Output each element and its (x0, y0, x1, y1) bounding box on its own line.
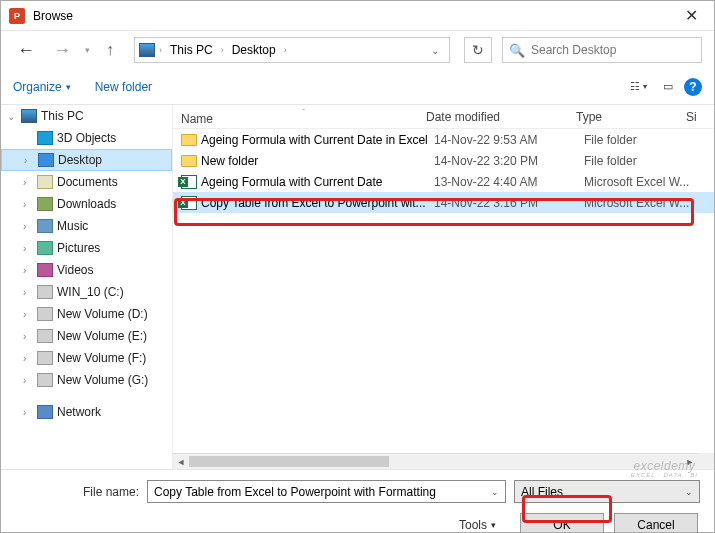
tree-item-this-pc[interactable]: ⌄This PC (1, 105, 172, 127)
file-type: File folder (584, 154, 694, 168)
music-icon (37, 219, 53, 233)
excel-file-icon (181, 175, 197, 189)
tree-item-win-10-c-[interactable]: ›WIN_10 (C:) (1, 281, 172, 303)
chevron-down-icon[interactable]: ⌄ (491, 487, 499, 497)
breadcrumb-current[interactable]: Desktop (228, 43, 280, 57)
tree-item-3d-objects[interactable]: 3D Objects (1, 127, 172, 149)
file-type: File folder (584, 133, 694, 147)
drive-icon (37, 329, 53, 343)
refresh-button[interactable]: ↻ (464, 37, 492, 63)
tree-item-new-volume-f-[interactable]: ›New Volume (F:) (1, 347, 172, 369)
organize-menu[interactable]: Organize▾ (13, 80, 71, 94)
scroll-corner (698, 453, 714, 469)
file-date: 14-Nov-22 9:53 AM (434, 133, 584, 147)
chevron-icon: › (23, 407, 33, 418)
file-type-filter[interactable]: All Files ⌄ (514, 480, 700, 503)
preview-pane-button[interactable]: ▭ (658, 77, 678, 96)
tree-item-new-volume-g-[interactable]: ›New Volume (G:) (1, 369, 172, 391)
tree-item-label: New Volume (D:) (57, 307, 148, 321)
file-name: Ageing Formula with Current Date (201, 175, 434, 189)
filename-label: File name: (15, 485, 139, 499)
new-folder-button[interactable]: New folder (95, 80, 152, 94)
file-type: Microsoft Excel W... (584, 175, 694, 189)
chevron-icon: › (23, 353, 33, 364)
chevron-icon: › (23, 331, 33, 342)
folder-icon (181, 134, 197, 146)
chevron-down-icon[interactable]: ⌄ (685, 487, 693, 497)
back-button[interactable]: ← (13, 38, 39, 63)
horizontal-scrollbar[interactable]: ◄ ► (173, 453, 698, 469)
ok-button[interactable]: OK (520, 513, 604, 533)
folder-icon (181, 155, 197, 167)
column-name[interactable]: ˆ Name (173, 107, 426, 126)
tree-item-label: 3D Objects (57, 131, 116, 145)
column-date[interactable]: Date modified (426, 110, 576, 124)
file-date: 13-Nov-22 4:40 AM (434, 175, 584, 189)
chevron-icon: › (23, 375, 33, 386)
breadcrumb-root[interactable]: This PC (166, 43, 217, 57)
nav-bar: ← → ▾ ↑ › This PC › Desktop › ⌄ ↻ 🔍 Sear… (1, 31, 714, 69)
forward-button[interactable]: → (49, 38, 75, 63)
close-button[interactable]: ✕ (677, 6, 706, 25)
pc-icon (21, 109, 37, 123)
tree-item-label: Pictures (57, 241, 100, 255)
file-row[interactable]: Copy Table from Excel to Powerpoint wit.… (173, 192, 714, 213)
search-input[interactable]: 🔍 Search Desktop (502, 37, 702, 63)
help-button[interactable]: ? (684, 78, 702, 96)
scroll-left-icon[interactable]: ◄ (173, 454, 189, 469)
tree-item-label: Downloads (57, 197, 116, 211)
tree-item-label: This PC (41, 109, 84, 123)
address-dropdown-icon[interactable]: ⌄ (431, 45, 445, 56)
view-mode-button[interactable]: ☷ ▾ (625, 77, 652, 96)
tree-item-label: Videos (57, 263, 93, 277)
pics-icon (37, 241, 53, 255)
chevron-icon: › (23, 287, 33, 298)
file-date: 14-Nov-22 3:20 PM (434, 154, 584, 168)
file-row[interactable]: Ageing Formula with Current Date in Exce… (173, 129, 714, 150)
vids-icon (37, 263, 53, 277)
cancel-button[interactable]: Cancel (614, 513, 698, 533)
tree-item-new-volume-e-[interactable]: ›New Volume (E:) (1, 325, 172, 347)
chevron-icon: › (23, 177, 33, 188)
file-row[interactable]: Ageing Formula with Current Date13-Nov-2… (173, 171, 714, 192)
desktop-icon (38, 153, 54, 167)
tree-item-videos[interactable]: ›Videos (1, 259, 172, 281)
search-icon: 🔍 (509, 43, 525, 58)
tree-item-new-volume-d-[interactable]: ›New Volume (D:) (1, 303, 172, 325)
tools-menu[interactable]: Tools▾ (459, 518, 496, 532)
tree-item-music[interactable]: ›Music (1, 215, 172, 237)
file-name: New folder (201, 154, 434, 168)
tree-item-downloads[interactable]: ›Downloads (1, 193, 172, 215)
scroll-right-icon[interactable]: ► (682, 454, 698, 469)
tree-item-desktop[interactable]: ›Desktop (1, 149, 172, 171)
column-size[interactable]: Si (686, 110, 714, 124)
tree-item-network[interactable]: ›Network (1, 401, 172, 423)
tree-item-label: New Volume (F:) (57, 351, 146, 365)
down-icon (37, 197, 53, 211)
title-bar: P Browse ✕ (1, 1, 714, 31)
tree-item-label: Documents (57, 175, 118, 189)
up-button[interactable]: ↑ (100, 39, 120, 61)
tree-item-documents[interactable]: ›Documents (1, 171, 172, 193)
sort-indicator-icon: ˆ (181, 107, 426, 116)
address-bar[interactable]: › This PC › Desktop › ⌄ (134, 37, 450, 63)
main-area: ⌄This PC3D Objects›Desktop›Documents›Dow… (1, 105, 714, 469)
file-row[interactable]: New folder14-Nov-22 3:20 PMFile folder (173, 150, 714, 171)
drive-icon (37, 351, 53, 365)
tree-item-label: Desktop (58, 153, 102, 167)
3d-icon (37, 131, 53, 145)
bottom-panel: File name: Copy Table from Excel to Powe… (1, 469, 714, 533)
pc-icon (139, 43, 155, 57)
chevron-icon: › (24, 155, 34, 166)
column-type[interactable]: Type (576, 110, 686, 124)
chevron-icon: › (23, 243, 33, 254)
chevron-icon: › (23, 199, 33, 210)
tree-item-pictures[interactable]: ›Pictures (1, 237, 172, 259)
history-dropdown[interactable]: ▾ (85, 45, 90, 55)
scroll-thumb[interactable] (189, 456, 389, 467)
tree-item-label: Network (57, 405, 101, 419)
chevron-icon: ⌄ (7, 111, 17, 122)
filename-input[interactable]: Copy Table from Excel to Powerpoint with… (147, 480, 506, 503)
column-headers: ˆ Name Date modified Type Si (173, 105, 714, 129)
drive-icon (37, 373, 53, 387)
